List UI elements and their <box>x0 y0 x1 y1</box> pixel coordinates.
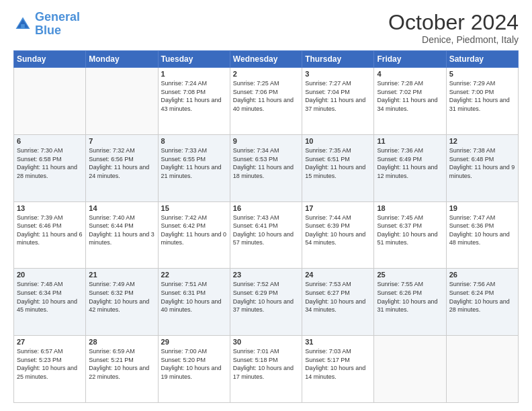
day-number: 12 <box>449 137 515 145</box>
day-number: 11 <box>377 137 443 145</box>
day-info: Sunrise: 7:53 AMSunset: 6:27 PMDaylight:… <box>305 280 371 314</box>
day-info: Sunrise: 7:38 AMSunset: 6:48 PMDaylight:… <box>449 146 515 180</box>
day-info: Sunrise: 7:47 AMSunset: 6:36 PMDaylight:… <box>449 214 515 247</box>
calendar-cell: 11Sunrise: 7:36 AMSunset: 6:49 PMDayligh… <box>374 134 446 201</box>
location: Denice, Piedmont, Italy <box>388 34 519 45</box>
calendar-cell: 17Sunrise: 7:44 AMSunset: 6:39 PMDayligh… <box>302 201 374 269</box>
calendar-cell: 4Sunrise: 7:28 AMSunset: 7:02 PMDaylight… <box>374 68 446 135</box>
calendar-cell: 31Sunrise: 7:03 AMSunset: 5:17 PMDayligh… <box>302 336 374 403</box>
day-number: 13 <box>17 204 83 212</box>
calendar-week-row: 1Sunrise: 7:24 AMSunset: 7:08 PMDaylight… <box>14 68 519 135</box>
weekday-header: Monday <box>86 51 158 68</box>
calendar-cell: 14Sunrise: 7:40 AMSunset: 6:44 PMDayligh… <box>86 201 158 269</box>
day-number: 22 <box>161 271 227 279</box>
day-number: 4 <box>377 70 443 78</box>
calendar-cell: 10Sunrise: 7:35 AMSunset: 6:51 PMDayligh… <box>302 134 374 201</box>
day-info: Sunrise: 7:03 AMSunset: 5:17 PMDaylight:… <box>305 347 371 381</box>
calendar-cell: 8Sunrise: 7:33 AMSunset: 6:55 PMDaylight… <box>158 134 230 201</box>
logo-blue: Blue <box>35 24 61 37</box>
day-info: Sunrise: 7:45 AMSunset: 6:37 PMDaylight:… <box>377 214 443 247</box>
weekday-header-row: SundayMondayTuesdayWednesdayThursdayFrid… <box>14 51 519 68</box>
calendar-cell: 3Sunrise: 7:27 AMSunset: 7:04 PMDaylight… <box>302 68 374 135</box>
day-info: Sunrise: 7:35 AMSunset: 6:51 PMDaylight:… <box>305 146 371 180</box>
day-number: 9 <box>233 137 299 145</box>
calendar-week-row: 27Sunrise: 6:57 AMSunset: 5:23 PMDayligh… <box>14 336 519 403</box>
calendar-cell: 21Sunrise: 7:49 AMSunset: 6:32 PMDayligh… <box>86 269 158 336</box>
day-number: 10 <box>305 137 371 145</box>
calendar-cell: 6Sunrise: 7:30 AMSunset: 6:58 PMDaylight… <box>14 134 86 201</box>
day-info: Sunrise: 7:55 AMSunset: 6:26 PMDaylight:… <box>377 280 443 314</box>
day-info: Sunrise: 7:28 AMSunset: 7:02 PMDaylight:… <box>377 79 443 113</box>
day-info: Sunrise: 7:24 AMSunset: 7:08 PMDaylight:… <box>161 79 227 113</box>
day-info: Sunrise: 7:40 AMSunset: 6:44 PMDaylight:… <box>89 214 154 247</box>
day-number: 20 <box>17 271 83 279</box>
day-info: Sunrise: 7:27 AMSunset: 7:04 PMDaylight:… <box>305 79 371 113</box>
day-number: 28 <box>89 338 154 346</box>
calendar-week-row: 20Sunrise: 7:48 AMSunset: 6:34 PMDayligh… <box>14 269 519 336</box>
calendar-cell <box>86 68 158 135</box>
day-info: Sunrise: 7:34 AMSunset: 6:53 PMDaylight:… <box>233 146 299 180</box>
day-number: 6 <box>17 137 83 145</box>
calendar-cell: 2Sunrise: 7:25 AMSunset: 7:06 PMDaylight… <box>230 68 302 135</box>
calendar-cell: 13Sunrise: 7:39 AMSunset: 6:46 PMDayligh… <box>14 201 86 269</box>
day-number: 17 <box>305 204 371 212</box>
calendar-cell <box>374 336 446 403</box>
calendar-cell: 22Sunrise: 7:51 AMSunset: 6:31 PMDayligh… <box>158 269 230 336</box>
day-info: Sunrise: 7:32 AMSunset: 6:56 PMDaylight:… <box>89 146 154 180</box>
day-info: Sunrise: 7:43 AMSunset: 6:41 PMDaylight:… <box>233 214 299 247</box>
day-info: Sunrise: 7:01 AMSunset: 5:18 PMDaylight:… <box>233 347 299 381</box>
day-number: 30 <box>233 338 299 346</box>
day-number: 18 <box>377 204 443 212</box>
weekday-header: Saturday <box>446 51 518 68</box>
day-info: Sunrise: 7:56 AMSunset: 6:24 PMDaylight:… <box>449 280 515 314</box>
day-info: Sunrise: 6:57 AMSunset: 5:23 PMDaylight:… <box>17 347 83 381</box>
day-number: 26 <box>449 271 515 279</box>
weekday-header: Friday <box>374 51 446 68</box>
day-number: 5 <box>449 70 515 78</box>
calendar-cell: 20Sunrise: 7:48 AMSunset: 6:34 PMDayligh… <box>14 269 86 336</box>
header: General Blue October 2024 Denice, Piedmo… <box>13 11 519 45</box>
page: General Blue October 2024 Denice, Piedmo… <box>0 0 532 411</box>
day-info: Sunrise: 7:29 AMSunset: 7:00 PMDaylight:… <box>449 79 515 113</box>
calendar-cell: 28Sunrise: 6:59 AMSunset: 5:21 PMDayligh… <box>86 336 158 403</box>
weekday-header: Thursday <box>302 51 374 68</box>
calendar-cell: 15Sunrise: 7:42 AMSunset: 6:42 PMDayligh… <box>158 201 230 269</box>
day-number: 21 <box>89 271 154 279</box>
day-info: Sunrise: 7:00 AMSunset: 5:20 PMDaylight:… <box>161 347 227 381</box>
day-number: 29 <box>161 338 227 346</box>
calendar-table: SundayMondayTuesdayWednesdayThursdayFrid… <box>13 50 519 403</box>
calendar-cell: 26Sunrise: 7:56 AMSunset: 6:24 PMDayligh… <box>446 269 518 336</box>
day-info: Sunrise: 7:39 AMSunset: 6:46 PMDaylight:… <box>17 214 83 247</box>
calendar-cell <box>14 68 86 135</box>
calendar-cell: 19Sunrise: 7:47 AMSunset: 6:36 PMDayligh… <box>446 201 518 269</box>
day-info: Sunrise: 7:33 AMSunset: 6:55 PMDaylight:… <box>161 146 227 180</box>
day-number: 2 <box>233 70 299 78</box>
day-info: Sunrise: 7:42 AMSunset: 6:42 PMDaylight:… <box>161 214 227 247</box>
calendar-cell: 18Sunrise: 7:45 AMSunset: 6:37 PMDayligh… <box>374 201 446 269</box>
day-info: Sunrise: 6:59 AMSunset: 5:21 PMDaylight:… <box>89 347 154 381</box>
weekday-header: Tuesday <box>158 51 230 68</box>
day-info: Sunrise: 7:44 AMSunset: 6:39 PMDaylight:… <box>305 214 371 247</box>
calendar-cell: 1Sunrise: 7:24 AMSunset: 7:08 PMDaylight… <box>158 68 230 135</box>
day-number: 25 <box>377 271 443 279</box>
day-number: 19 <box>449 204 515 212</box>
day-number: 16 <box>233 204 299 212</box>
logo: General Blue <box>13 11 80 38</box>
day-info: Sunrise: 7:36 AMSunset: 6:49 PMDaylight:… <box>377 146 443 180</box>
day-info: Sunrise: 7:25 AMSunset: 7:06 PMDaylight:… <box>233 79 299 113</box>
month-title: October 2024 <box>388 11 519 34</box>
calendar-cell: 5Sunrise: 7:29 AMSunset: 7:00 PMDaylight… <box>446 68 518 135</box>
day-number: 7 <box>89 137 154 145</box>
calendar-cell: 29Sunrise: 7:00 AMSunset: 5:20 PMDayligh… <box>158 336 230 403</box>
day-info: Sunrise: 7:30 AMSunset: 6:58 PMDaylight:… <box>17 146 83 180</box>
calendar-cell: 27Sunrise: 6:57 AMSunset: 5:23 PMDayligh… <box>14 336 86 403</box>
svg-rect-2 <box>21 24 25 29</box>
calendar-cell: 23Sunrise: 7:52 AMSunset: 6:29 PMDayligh… <box>230 269 302 336</box>
day-number: 24 <box>305 271 371 279</box>
day-info: Sunrise: 7:48 AMSunset: 6:34 PMDaylight:… <box>17 280 83 314</box>
calendar-week-row: 13Sunrise: 7:39 AMSunset: 6:46 PMDayligh… <box>14 201 519 269</box>
day-number: 8 <box>161 137 227 145</box>
calendar-cell: 9Sunrise: 7:34 AMSunset: 6:53 PMDaylight… <box>230 134 302 201</box>
calendar-week-row: 6Sunrise: 7:30 AMSunset: 6:58 PMDaylight… <box>14 134 519 201</box>
logo-general: General <box>35 10 80 24</box>
